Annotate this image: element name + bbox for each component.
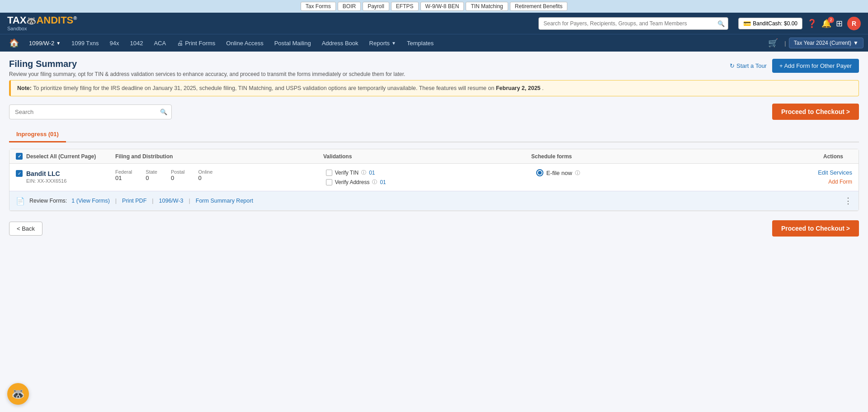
topnav-retirement-benefits[interactable]: Retirement Benefits — [510, 2, 567, 11]
topnav-tin-matching[interactable]: TIN Matching — [466, 2, 508, 11]
dropdown-arrow-icon: ▼ — [56, 41, 61, 46]
notification-badge: 2 — [828, 17, 834, 23]
table-row-inner: ✓ Bandit LLC EIN: XX-XXX6516 Federal 01 … — [9, 164, 859, 191]
page-header: Filing Summary Review your filing summar… — [9, 59, 859, 77]
tax-year-label: Tax Year 2024 (Current) — [794, 40, 851, 46]
topnav-w9w8ben[interactable]: W-9/W-8 BEN — [420, 2, 464, 11]
federal-label: Federal — [115, 169, 132, 175]
nav-1042[interactable]: 1042 — [124, 35, 148, 51]
help-button[interactable]: ❓ — [807, 19, 817, 28]
start-tour-link[interactable]: ↻ Start a Tour — [730, 62, 767, 69]
more-options-icon[interactable]: ⋮ — [844, 196, 852, 206]
efile-now-radio[interactable] — [536, 169, 543, 176]
verify-address-row: Verify Address ⓘ 01 — [326, 179, 537, 185]
nav-templates[interactable]: Templates — [401, 35, 439, 51]
home-button[interactable]: 🏠 — [5, 34, 24, 52]
top-nav: Tax Forms BOIR Payroll EFTPS W-9/W-8 BEN… — [0, 0, 868, 13]
printer-icon: 🖨 — [177, 39, 183, 47]
sandbox-label: Sandbox — [7, 26, 27, 31]
nav-1099w2[interactable]: 1099/W-2 ▼ — [24, 35, 66, 51]
form-link[interactable]: 1096/W-3 — [159, 198, 184, 204]
bandit-cash-button[interactable]: 💳 BanditCash: $0.00 — [738, 18, 802, 29]
verify-tin-row: Verify TIN ⓘ 01 — [326, 169, 537, 176]
add-form-other-payer-button[interactable]: + Add Form for Other Payer — [772, 59, 859, 73]
search-input[interactable] — [9, 104, 172, 119]
verify-tin-checkbox[interactable] — [326, 170, 332, 176]
tab-inprogress[interactable]: Inprogress (01) — [9, 127, 66, 142]
table-header: ✓ Deselect All (Current Page) Filing and… — [9, 149, 859, 164]
row-schedule: E-file now ⓘ — [536, 169, 747, 176]
nav-94x[interactable]: 94x — [104, 35, 125, 51]
apps-button[interactable]: ⊞ — [836, 19, 843, 28]
print-pdf-link[interactable]: Print PDF — [122, 198, 146, 204]
payer-ein: EIN: XX-XXX6516 — [26, 178, 66, 184]
row-filing: Federal 01 State 0 Postal 0 Online 0 — [115, 169, 326, 181]
header-search-icon: 🔍 — [717, 20, 725, 27]
header-search-input[interactable] — [538, 17, 728, 30]
edit-services-link[interactable]: Edit Services — [818, 169, 852, 176]
payer-info: Bandit LLC EIN: XX-XXX6516 — [26, 170, 66, 184]
review-forms-row: 📄 Review Forms: 1 (View Forms) | Print P… — [9, 191, 859, 210]
row-validations: Verify TIN ⓘ 01 Verify Address ⓘ 01 — [326, 169, 537, 185]
topnav-payroll[interactable]: Payroll — [363, 2, 389, 11]
notifications-button[interactable]: 🔔 2 — [821, 19, 831, 28]
nav-postal-mailing[interactable]: Postal Mailing — [269, 35, 316, 51]
mascot-widget[interactable]: 🦝 — [7, 383, 29, 405]
online-label: Online — [198, 169, 213, 175]
add-form-link[interactable]: Add Form — [828, 179, 852, 185]
nav-online-access[interactable]: Online Access — [221, 35, 269, 51]
search-box: 🔍 — [9, 104, 172, 119]
search-icon: 🔍 — [160, 109, 167, 115]
cash-icon: 💳 — [743, 20, 751, 27]
bottom-actions: < Back Proceed to Checkout > — [9, 220, 859, 237]
page-title: Filing Summary — [9, 59, 405, 69]
th-schedule: Schedule forms — [531, 153, 739, 160]
note-banner: Note: To prioritize timely filing for th… — [9, 80, 859, 96]
th-deselect: ✓ Deselect All (Current Page) — [16, 153, 115, 160]
back-button[interactable]: < Back — [9, 222, 42, 236]
nav-aca[interactable]: ACA — [148, 35, 171, 51]
verify-address-count-link[interactable]: 01 — [380, 179, 386, 185]
verify-tin-count-link[interactable]: 01 — [369, 170, 375, 176]
th-filing: Filing and Distribution — [115, 153, 323, 160]
efile-now-label: E-file now — [546, 170, 572, 176]
row-checkbox[interactable]: ✓ — [16, 170, 23, 177]
cart-button[interactable]: 🛒 — [764, 34, 782, 52]
postal-label: Postal — [171, 169, 185, 175]
verify-tin-info-icon[interactable]: ⓘ — [361, 169, 366, 176]
topnav-boir[interactable]: BOIR — [338, 2, 361, 11]
nav-address-book[interactable]: Address Book — [316, 35, 364, 51]
efile-info-icon[interactable]: ⓘ — [575, 170, 580, 176]
verify-address-info-icon[interactable]: ⓘ — [372, 179, 377, 185]
logo: TAX🦝ANDITS® Sandbox — [7, 15, 77, 31]
bandit-cash-label: BanditCash: $0.00 — [753, 20, 797, 27]
topnav-eftps[interactable]: EFTPS — [391, 2, 419, 11]
topnav-tax-forms[interactable]: Tax Forms — [301, 2, 336, 11]
reports-dropdown-icon: ▼ — [392, 41, 396, 46]
th-validations: Validations — [323, 153, 531, 160]
nav-reports[interactable]: Reports ▼ — [364, 35, 401, 51]
review-forms-label: Review Forms: — [29, 198, 67, 204]
table-row: ✓ Bandit LLC EIN: XX-XXX6516 Federal 01 … — [9, 164, 859, 211]
verify-tin-label: Verify TIN — [335, 170, 359, 176]
online-value: 0 — [198, 175, 202, 181]
payer-name: Bandit LLC — [26, 170, 66, 177]
nav-1099txns[interactable]: 1099 Txns — [66, 35, 104, 51]
page-content: Filing Summary Review your filing summar… — [0, 52, 868, 409]
logo-bandits: ANDITS — [36, 14, 73, 26]
logo-tax: TAX — [7, 14, 26, 26]
avatar-button[interactable]: R — [847, 17, 861, 30]
postal-value: 0 — [171, 175, 174, 181]
note-text: To prioritize timely filing for the IRS … — [33, 85, 496, 91]
note-date: February 2, 2025 — [496, 85, 541, 91]
verify-address-checkbox[interactable] — [326, 179, 332, 185]
page-header-left: Filing Summary Review your filing summar… — [9, 59, 405, 77]
tax-year-button[interactable]: Tax Year 2024 (Current) ▼ — [789, 38, 863, 48]
summary-report-link[interactable]: Form Summary Report — [196, 198, 253, 204]
row-payer: ✓ Bandit LLC EIN: XX-XXX6516 — [16, 169, 115, 184]
proceed-to-checkout-button[interactable]: Proceed to Checkout > — [772, 104, 859, 120]
proceed-to-checkout-bottom-button[interactable]: Proceed to Checkout > — [772, 220, 859, 237]
deselect-checkbox[interactable]: ✓ — [16, 153, 23, 160]
nav-print-forms[interactable]: 🖨 Print Forms — [171, 35, 221, 51]
view-forms-link[interactable]: 1 (View Forms) — [71, 198, 110, 204]
